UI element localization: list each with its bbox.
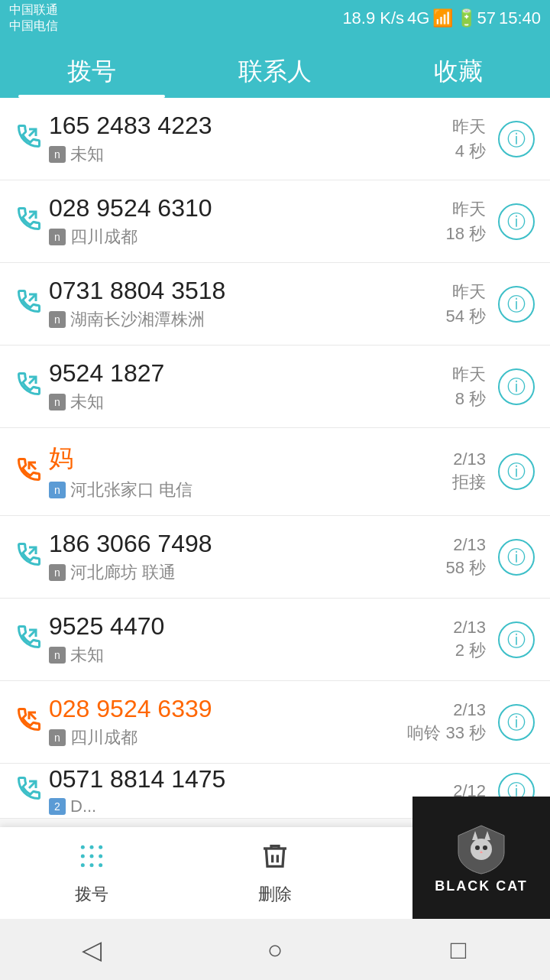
info-button[interactable]: ⓘ [498,121,535,157]
call-time: 2/13 响铃 33 秒 [407,700,486,745]
svg-point-16 [90,863,94,867]
location-icon: n [49,229,66,245]
tab-bar: 拨号 联系人 收藏 [0,37,550,98]
incoming-call-icon [15,623,49,656]
call-number: 028 9524 6339 [49,695,407,723]
location-icon: n [49,564,66,581]
call-location: 四川成都 [70,726,138,749]
call-number: 165 2483 4223 [49,112,452,140]
table-row[interactable]: 9525 4470 n 未知 2/13 2 秒 ⓘ [0,599,550,681]
incoming-call-icon [15,205,49,238]
call-number: 028 9524 6310 [49,194,445,222]
call-time: 2/13 58 秒 [445,535,486,579]
call-sub: n 河北张家口 电信 [49,479,452,501]
svg-point-17 [99,863,102,867]
info-button[interactable]: ⓘ [498,286,535,323]
info-button[interactable]: ⓘ [498,453,535,490]
back-button[interactable]: ◁ [61,926,122,972]
trash-icon [260,841,290,878]
svg-point-10 [90,845,94,849]
delete-action-label: 删除 [258,883,292,906]
incoming-call-icon [15,774,49,807]
svg-point-24 [475,845,480,850]
status-bar: 中国联通 中国电信 18.9 K/s 4G 📶 🔋57 15:40 [0,0,550,37]
location-icon: n [49,146,66,163]
call-info: 165 2483 4223 n 未知 [49,112,452,166]
call-info: 028 9524 6310 n 四川成都 [49,194,445,248]
carrier1: 中国联通 [9,2,58,18]
call-location: 未知 [70,391,104,414]
black-cat-watermark: BLACK CAT [412,797,550,919]
table-row[interactable]: 9524 1827 n 未知 昨天 8 秒 ⓘ [0,346,550,428]
dialpad-icon [76,841,107,878]
watermark-bg: BLACK CAT [412,797,550,919]
incoming-call-icon [15,122,49,155]
call-info: 妈 n 河北张家口 电信 [49,442,452,501]
table-row[interactable]: 妈 n 河北张家口 电信 2/13 拒接 ⓘ [0,428,550,516]
table-row[interactable]: 028 9524 6339 n 四川成都 2/13 响铃 33 秒 ⓘ [0,681,550,764]
call-number: 0731 8804 3518 [49,277,445,305]
call-location: 河北廊坊 联通 [70,561,176,584]
call-sub: n 四川成都 [49,226,445,248]
dial-action-label: 拨号 [75,883,108,906]
table-row[interactable]: 165 2483 4223 n 未知 昨天 4 秒 ⓘ [0,98,550,180]
delete-action-button[interactable]: 删除 [258,841,292,906]
svg-point-12 [81,854,85,858]
info-button[interactable]: ⓘ [498,539,535,576]
info-button[interactable]: ⓘ [498,621,535,658]
location-icon: n [49,729,66,746]
tab-favorites[interactable]: 收藏 [367,55,550,98]
svg-point-14 [99,854,102,858]
call-location: D... [70,797,96,816]
info-button[interactable]: ⓘ [498,368,535,405]
call-time: 昨天 18 秒 [445,198,486,245]
location-icon: n [49,647,66,664]
call-time: 昨天 54 秒 [445,281,486,328]
call-info: 028 9524 6339 n 四川成都 [49,695,407,749]
table-row[interactable]: 0731 8804 3518 n 湖南长沙湘潭株洲 昨天 54 秒 ⓘ [0,263,550,346]
call-info: 0571 8814 1475 2 D... [49,765,453,816]
network-type: 4G [407,8,429,28]
home-button[interactable]: ○ [244,926,306,972]
incoming-call-icon [15,540,49,573]
status-right: 18.9 K/s 4G 📶 🔋57 15:40 [342,8,541,28]
call-location: 未知 [70,143,104,166]
incoming-call-icon [15,370,49,403]
dial-action-button[interactable]: 拨号 [75,841,108,906]
table-row[interactable]: 186 3066 7498 n 河北廊坊 联通 2/13 58 秒 ⓘ [0,516,550,599]
carrier2: 中国电信 [9,18,58,34]
svg-point-13 [90,854,94,858]
call-sub: n 湖南长沙湘潭株洲 [49,308,445,331]
call-list: 165 2483 4223 n 未知 昨天 4 秒 ⓘ 028 9524 631… [0,98,550,819]
svg-point-25 [483,845,487,850]
call-info: 9524 1827 n 未知 [49,359,452,414]
info-button[interactable]: ⓘ [498,203,535,240]
network-speed: 18.9 K/s [342,8,404,28]
svg-point-15 [81,863,85,867]
call-sub: n 四川成都 [49,726,407,749]
call-sub: n 未知 [49,143,452,166]
svg-point-11 [99,845,102,849]
tab-contacts[interactable]: 联系人 [183,55,367,98]
call-number: 186 3066 7498 [49,530,445,558]
battery-level: 🔋57 [456,8,495,28]
call-sub: n 未知 [49,644,453,667]
location-icon: n [49,482,66,498]
clock: 15:40 [499,8,541,28]
svg-point-21 [471,839,492,860]
call-number: 9524 1827 [49,359,452,388]
missed-call-icon [15,456,49,488]
call-location: 未知 [70,644,104,667]
missed-call-icon [15,706,49,738]
watermark-text: BLACK CAT [435,878,528,894]
recents-button[interactable]: □ [428,926,489,972]
call-time: 2/13 拒接 [452,449,486,494]
table-row[interactable]: 028 9524 6310 n 四川成都 昨天 18 秒 ⓘ [0,180,550,263]
tab-dial[interactable]: 拨号 [0,55,183,98]
signal-bars: 📶 [432,8,453,28]
info-button[interactable]: ⓘ [498,704,535,741]
call-info: 0731 8804 3518 n 湖南长沙湘潭株洲 [49,277,445,331]
call-info: 9525 4470 n 未知 [49,612,453,667]
call-sub: n 河北廊坊 联通 [49,561,445,584]
call-location: 河北张家口 电信 [70,479,192,501]
